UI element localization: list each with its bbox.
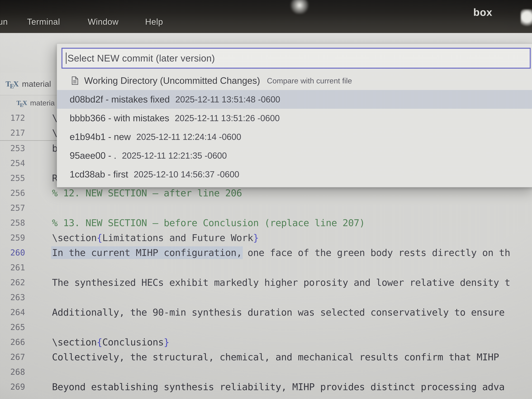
code-segment: \section xyxy=(52,232,97,243)
code-segment: { xyxy=(97,337,102,348)
menubar-status-icon[interactable] xyxy=(521,9,532,26)
code-line[interactable]: 269Beyond establishing synthesis reliabi… xyxy=(0,379,532,394)
line-number[interactable]: 255 xyxy=(0,173,25,183)
quick-pick-item-description: 2025-12-10 14:56:37 -0600 xyxy=(134,169,239,179)
box-menubar-icon[interactable]: box xyxy=(473,6,492,18)
commit-search-input[interactable]: Select NEW commit (later version) xyxy=(62,48,531,69)
line-number[interactable]: 258 xyxy=(0,218,25,228)
menu-item-help[interactable]: Help xyxy=(145,17,163,27)
quick-pick-item[interactable]: bbbb366 - with mistakes2025-12-11 13:51:… xyxy=(57,109,532,127)
code-segment: { xyxy=(97,232,102,243)
code-line[interactable]: 256% 12. NEW SECTION — after line 206 xyxy=(0,185,532,200)
line-number[interactable]: 261 xyxy=(0,263,25,272)
menu-item-run[interactable]: un xyxy=(0,17,8,27)
code-line[interactable]: 259\section{Limitations and Future Work} xyxy=(0,230,532,245)
quick-pick-item-description: 2025-12-11 13:51:26 -0600 xyxy=(175,113,280,123)
code-line[interactable]: 261 xyxy=(0,260,532,275)
line-number[interactable]: 265 xyxy=(0,322,25,332)
quick-pick-item[interactable]: 1cd38ab - first2025-12-10 14:56:37 -0600 xyxy=(57,165,532,184)
line-number[interactable]: 259 xyxy=(0,233,25,242)
menu-item-window[interactable]: Window xyxy=(88,17,119,27)
line-number[interactable]: 256 xyxy=(0,188,25,198)
tex-file-icon: TEX xyxy=(17,99,27,107)
code-segment: Collectively, the structural, chemical, … xyxy=(52,352,505,363)
line-content: Collectively, the structural, chemical, … xyxy=(25,352,505,363)
menu-bar: un Terminal Window Help box xyxy=(0,0,532,33)
line-content: Additionally, the 90-min synthesis durat… xyxy=(25,307,510,318)
menu-item-terminal[interactable]: Terminal xyxy=(27,17,60,27)
quick-pick-item[interactable]: 95aee00 - .2025-12-11 12:21:35 -0600 xyxy=(57,146,532,165)
code-segment: Additionally, the 90-min synthesis durat… xyxy=(52,307,510,318)
code-segment: In the current MIHP configuration, xyxy=(52,247,242,258)
line-content: \section{Limitations and Future Work} xyxy=(25,232,259,243)
tab-label: material xyxy=(22,79,51,89)
code-line[interactable]: 257 xyxy=(0,200,532,215)
quick-pick-item-label: e1b94b1 - new xyxy=(70,132,131,142)
code-line[interactable]: 258% 13. NEW SECTION — before Conclusion… xyxy=(0,215,532,230)
line-content: The synthesized HECs exhibit markedly hi… xyxy=(25,277,510,288)
line-number[interactable]: 269 xyxy=(0,382,25,392)
code-segment: The synthesized HECs exhibit markedly hi… xyxy=(52,277,510,288)
code-segment: one face of the green body rests directl… xyxy=(242,247,510,258)
quick-pick-item[interactable]: e1b94b1 - new2025-12-11 12:24:14 -0600 xyxy=(57,127,532,146)
breadcrumb-label: materia xyxy=(30,99,55,107)
line-number[interactable]: 264 xyxy=(0,307,25,317)
quick-pick-item-label: 1cd38ab - first xyxy=(70,169,128,180)
quick-pick-item-description: 2025-12-11 12:21:35 -0600 xyxy=(122,151,227,161)
code-line[interactable]: 264Additionally, the 90-min synthesis du… xyxy=(0,305,532,320)
line-content: In the current MIHP configuration, one f… xyxy=(25,247,510,258)
quick-pick-item-label: d08bd2f - mistakes fixed xyxy=(70,94,170,105)
quick-pick-item-label: bbbb366 - with mistakes xyxy=(70,113,169,123)
quick-pick-item[interactable]: Working Directory (Uncommitted Changes)C… xyxy=(57,71,532,90)
file-text-icon xyxy=(70,76,79,86)
line-content: \section{Conclusions} xyxy=(25,337,169,348)
screen: un Terminal Window Help box TEX material… xyxy=(0,0,532,399)
line-number[interactable]: 257 xyxy=(0,203,25,213)
line-number[interactable]: 253 xyxy=(0,143,25,153)
code-segment: } xyxy=(253,232,259,243)
line-number[interactable]: 260 xyxy=(0,248,25,257)
code-segment: } xyxy=(164,337,169,348)
quick-pick-list: Working Directory (Uncommitted Changes)C… xyxy=(57,71,532,184)
code-line[interactable]: 263 xyxy=(0,290,532,305)
code-segment: Conclusions xyxy=(102,337,164,348)
quick-pick-item[interactable]: d08bd2f - mistakes fixed2025-12-11 13:51… xyxy=(57,90,532,109)
line-number[interactable]: 262 xyxy=(0,278,25,287)
code-line[interactable]: 267Collectively, the structural, chemica… xyxy=(0,349,532,364)
line-number[interactable]: 263 xyxy=(0,292,25,302)
line-number[interactable]: 172 xyxy=(0,113,25,123)
line-content: % 12. NEW SECTION — after line 206 xyxy=(25,188,242,199)
line-number[interactable]: 217 xyxy=(0,128,25,138)
code-segment: Limitations and Future Work xyxy=(102,232,253,243)
code-segment: % 13. NEW SECTION — before Conclusion (r… xyxy=(52,217,365,228)
quick-pick-item-label: 95aee00 - . xyxy=(70,150,116,161)
line-content: % 13. NEW SECTION — before Conclusion (r… xyxy=(25,217,365,228)
quick-pick-item-detail: Compare with current file xyxy=(267,76,352,85)
code-segment: Beyond establishing synthesis reliabilit… xyxy=(52,381,505,393)
quick-pick: Select NEW commit (later version) Workin… xyxy=(57,44,532,187)
quick-pick-item-description: 2025-12-11 13:51:48 -0600 xyxy=(175,94,280,104)
line-number[interactable]: 267 xyxy=(0,352,25,362)
code-line[interactable]: 266\section{Conclusions} xyxy=(0,335,532,349)
quick-pick-item-description: 2025-12-11 12:24:14 -0600 xyxy=(136,132,241,142)
code-line[interactable]: 262The synthesized HECs exhibit markedly… xyxy=(0,275,532,290)
commit-search-input-value: Select NEW commit (later version) xyxy=(68,53,215,63)
line-number[interactable]: 254 xyxy=(0,158,25,168)
line-content: Beyond establishing synthesis reliabilit… xyxy=(25,381,505,393)
code-line[interactable]: 265 xyxy=(0,320,532,335)
code-line[interactable]: 268 xyxy=(0,364,532,379)
line-number[interactable]: 268 xyxy=(0,367,25,377)
line-number[interactable]: 266 xyxy=(0,337,25,347)
text-cursor xyxy=(66,52,66,64)
code-segment: % 12. NEW SECTION — after line 206 xyxy=(52,188,242,199)
code-segment: \section xyxy=(52,337,97,348)
code-line[interactable]: 260In the current MIHP configuration, on… xyxy=(0,245,532,260)
tex-file-icon: TEX xyxy=(6,79,19,88)
quick-pick-item-label: Working Directory (Uncommitted Changes) xyxy=(84,75,260,86)
editor-tab-material[interactable]: TEX material xyxy=(0,73,59,95)
